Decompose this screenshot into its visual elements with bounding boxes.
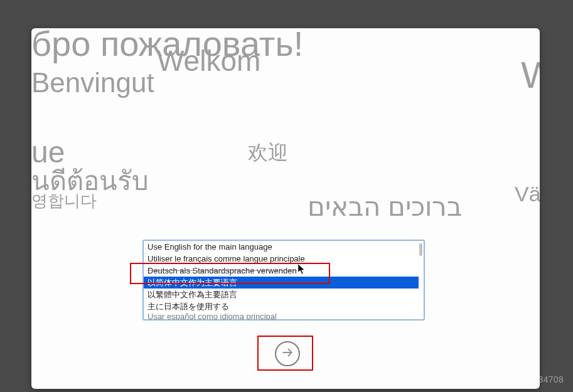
welcome-word-swedish: Vä: [515, 182, 540, 206]
welcome-word-catalan: Benvingut: [31, 67, 154, 98]
welcome-word-thai: นดีต้อนรับ: [31, 160, 149, 201]
next-button[interactable]: [275, 341, 300, 366]
language-option[interactable]: Deutsch als Standardsprache verwenden: [144, 265, 419, 277]
language-option[interactable]: Usar español como idioma principal: [144, 312, 419, 319]
language-select-list[interactable]: Use English for the main languageUtilise…: [142, 240, 425, 320]
arrow-right-icon: [281, 346, 294, 361]
welcome-word-chinese: 欢迎: [248, 139, 288, 167]
welcome-word-dutch: Welkom: [157, 44, 260, 78]
welcome-word-hebrew: ברוכים הבאים: [308, 191, 462, 222]
watermark-text: https://blog.csdn.net/qq_45034708: [422, 374, 564, 384]
setup-window: бро пожаловать! Welkom Benvingut W ue 欢迎…: [31, 28, 540, 389]
language-scroll-area: Use English for the main languageUtilise…: [144, 241, 419, 319]
scrollbar-thumb[interactable]: [419, 243, 422, 256]
language-option[interactable]: Utiliser le français comme langue princi…: [144, 253, 419, 265]
welcome-word-fragment: ue: [31, 135, 65, 169]
welcome-word-korean: 영합니다: [31, 190, 97, 212]
language-option[interactable]: 以简体中文作为主要语言: [144, 277, 419, 289]
welcome-word-russian: бро пожаловать!: [31, 28, 303, 64]
language-option[interactable]: 主に日本語を使用する: [144, 300, 419, 312]
language-option[interactable]: 以繁體中文作為主要語言: [144, 289, 419, 300]
language-option[interactable]: Use English for the main language: [144, 241, 419, 253]
welcome-word-edge: W: [521, 53, 540, 97]
